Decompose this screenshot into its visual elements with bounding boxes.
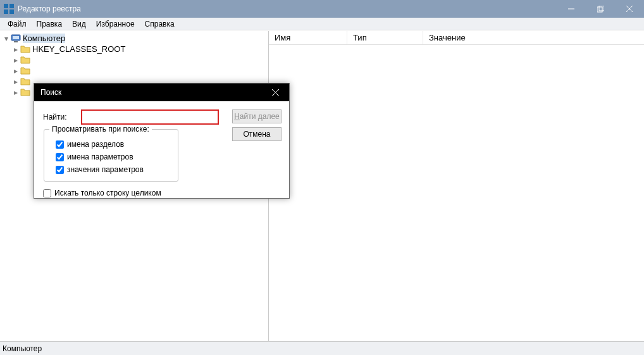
find-input[interactable] <box>81 109 219 125</box>
list-header: Имя Тип Значение <box>269 31 644 45</box>
tree-item-label: HKEY_CLASSES_ROOT <box>32 44 125 54</box>
chk-values[interactable]: имена параметров <box>56 151 172 163</box>
maximize-button[interactable] <box>586 0 615 18</box>
find-next-button[interactable]: Найти далее <box>232 109 282 123</box>
tree-item[interactable]: HKEY_CLASSES_ROOT <box>1 44 266 54</box>
chk-data-label: значения параметров <box>67 165 144 174</box>
cancel-button[interactable]: Отмена <box>232 127 282 141</box>
folder-icon <box>20 77 30 87</box>
col-value[interactable]: Значение <box>423 31 644 44</box>
window-titlebar: Редактор реестра <box>0 0 644 18</box>
dialog-titlebar[interactable]: Поиск <box>34 84 289 101</box>
tree-root[interactable]: Компьютер <box>1 33 266 44</box>
value-list-pane[interactable]: Имя Тип Значение <box>269 31 644 341</box>
window-buttons <box>557 0 644 18</box>
chk-whole-label: Искать только строку целиком <box>54 189 161 197</box>
tree-root-label: Компьютер <box>23 34 65 43</box>
find-dialog: Поиск Найти: Найти далее Отмена Просматр… <box>34 83 290 199</box>
chk-values-box[interactable] <box>56 153 64 161</box>
menu-favorites[interactable]: Избранное <box>91 18 140 30</box>
lookat-legend: Просматривать при поиске: <box>49 125 152 134</box>
chk-whole[interactable]: Искать только строку целиком <box>43 189 161 197</box>
find-next-label: Найти далее <box>234 112 280 121</box>
close-button[interactable] <box>615 0 644 18</box>
dialog-close-button[interactable] <box>261 84 289 101</box>
status-bar: Компьютер <box>0 341 644 355</box>
status-path: Компьютер <box>3 344 42 353</box>
menu-bar: Файл Правка Вид Избранное Справка <box>0 18 644 30</box>
chk-data-box[interactable] <box>56 166 64 174</box>
chk-keys-label: имена разделов <box>67 140 124 149</box>
chk-data[interactable]: значения параметров <box>56 163 172 176</box>
expand-icon[interactable] <box>11 45 20 54</box>
dialog-body: Найти: Найти далее Отмена Просматривать … <box>34 101 289 198</box>
computer-icon <box>11 34 21 44</box>
svg-rect-6 <box>599 6 604 11</box>
expand-icon[interactable] <box>11 88 20 97</box>
tree-item[interactable] <box>1 65 266 76</box>
menu-edit[interactable]: Правка <box>32 18 68 30</box>
chk-keys[interactable]: имена разделов <box>56 138 172 151</box>
svg-rect-3 <box>9 9 14 14</box>
expand-icon[interactable] <box>2 34 11 43</box>
chk-whole-box[interactable] <box>43 189 51 197</box>
menu-file[interactable]: Файл <box>3 18 32 30</box>
svg-rect-11 <box>14 41 18 42</box>
folder-icon <box>20 66 30 76</box>
tree-item[interactable] <box>1 54 266 65</box>
svg-rect-5 <box>597 7 602 12</box>
svg-rect-1 <box>9 4 14 8</box>
svg-rect-0 <box>4 4 8 8</box>
folder-icon <box>20 55 30 65</box>
menu-help[interactable]: Справка <box>140 18 180 30</box>
col-type[interactable]: Тип <box>347 31 423 44</box>
chk-values-label: имена параметров <box>67 153 133 161</box>
find-label: Найти: <box>43 113 81 121</box>
col-name[interactable]: Имя <box>269 31 347 44</box>
dialog-title: Поиск <box>40 88 261 97</box>
svg-rect-10 <box>13 36 19 39</box>
expand-icon[interactable] <box>11 66 20 75</box>
window-title: Редактор реестра <box>18 4 557 13</box>
client-area: Компьютер HKEY_CLASSES_ROOT <box>0 30 644 341</box>
minimize-button[interactable] <box>557 0 586 18</box>
app-icon <box>4 4 14 14</box>
menu-view[interactable]: Вид <box>67 18 91 30</box>
folder-icon <box>20 87 30 97</box>
expand-icon[interactable] <box>11 56 20 65</box>
lookat-group: Просматривать при поиске: имена разделов… <box>44 129 178 182</box>
expand-icon[interactable] <box>11 77 20 86</box>
svg-rect-2 <box>4 9 8 14</box>
chk-keys-box[interactable] <box>56 140 64 149</box>
folder-icon <box>20 44 30 54</box>
